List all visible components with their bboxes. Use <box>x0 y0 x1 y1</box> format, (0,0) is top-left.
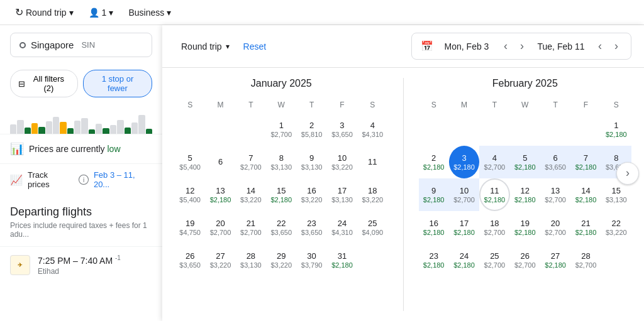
calendar-cell[interactable]: 22$3,650 <box>266 211 296 244</box>
calendar-cell[interactable]: 21$2,700 <box>236 211 266 244</box>
calendar-cell[interactable]: 7$2,180 <box>570 146 601 178</box>
calendar-cell <box>419 113 449 146</box>
calendar-cell[interactable]: 30$3,790 <box>296 244 326 276</box>
calendar-cell[interactable]: 7$2,700 <box>236 146 266 178</box>
calendar-cell[interactable]: 6$3,650 <box>540 146 570 178</box>
calendar-next-button[interactable]: › <box>616 162 639 185</box>
day-price: $2,180 <box>423 196 445 204</box>
calendar-cell[interactable]: 26$2,700 <box>510 244 540 276</box>
calendar-cell[interactable]: 6 <box>205 146 235 178</box>
day-number: 19 <box>186 219 194 229</box>
calendar-cell[interactable]: 10$2,700 <box>449 178 479 211</box>
calendar-cell[interactable]: 25$4,090 <box>357 211 387 244</box>
calendar-cell[interactable]: 20$2,700 <box>540 211 570 244</box>
calendar-grid: SMTWTFS1$2,1802$2,1803$2,1804$2,7005$2,1… <box>419 97 632 276</box>
calendar-cell[interactable]: 17$2,180 <box>449 211 479 244</box>
calendar-cell[interactable]: 25$2,700 <box>479 244 509 276</box>
calendar-cell[interactable]: 11 <box>357 146 387 178</box>
reset-button[interactable]: Reset <box>243 41 267 52</box>
stop-filter-label: 1 stop or fewer <box>91 74 144 93</box>
origin-input[interactable]: Singapore SIN <box>10 33 152 57</box>
calendar-cell[interactable]: 16$3,220 <box>296 178 326 211</box>
calendar-cell[interactable]: 3$3,650 <box>327 113 357 146</box>
day-of-week: S <box>601 97 631 113</box>
calendar-cell[interactable]: 2$5,810 <box>296 113 326 146</box>
calendar-cell[interactable]: 1$2,700 <box>266 113 296 146</box>
calendar-cell[interactable]: 3$2,180 <box>449 146 479 178</box>
calendar-cell[interactable]: 16$2,180 <box>419 211 449 244</box>
calendar-cell[interactable]: 22$3,220 <box>601 211 631 244</box>
day-number: 6 <box>553 153 557 163</box>
calendar-cell[interactable]: 23$3,650 <box>296 211 326 244</box>
calendar-cell[interactable]: 9$3,130 <box>296 146 326 178</box>
calendar-cell[interactable]: 28$2,700 <box>570 244 601 276</box>
bar-7 <box>53 117 59 134</box>
calendar-cell[interactable]: 18$3,220 <box>357 178 387 211</box>
date2-next-button[interactable]: › <box>611 38 622 54</box>
calendar-cell[interactable]: 18$2,700 <box>479 211 509 244</box>
calendar-cell[interactable]: 24$4,310 <box>327 211 357 244</box>
filter-icon: ⊟ <box>18 79 25 89</box>
departing-title: Departing flights <box>10 205 152 219</box>
date2-prev-button[interactable]: ‹ <box>594 38 606 54</box>
calendar-cell[interactable]: 21$2,180 <box>570 211 601 244</box>
calendar-cell[interactable]: 24$2,180 <box>449 244 479 276</box>
calendar-cell[interactable]: 27$2,180 <box>540 244 570 276</box>
calendar-cell[interactable]: 27$3,220 <box>205 244 235 276</box>
bar-12 <box>89 129 95 134</box>
date1-prev-button[interactable]: ‹ <box>500 38 511 54</box>
round-trip-dropdown[interactable]: Round trip ▾ <box>175 38 236 55</box>
date1-next-button[interactable]: › <box>516 38 528 54</box>
calendar-cell[interactable]: 4$4,310 <box>357 113 387 146</box>
calendar-cell[interactable]: 23$2,180 <box>419 244 449 276</box>
calendar-cell[interactable]: 5$5,400 <box>175 146 205 178</box>
day-number: 2 <box>431 153 436 163</box>
day-number: 13 <box>551 186 560 196</box>
calendar-cell[interactable]: 15$2,180 <box>266 178 296 211</box>
cabin-class-button[interactable]: Business ▾ <box>123 5 176 20</box>
calendar-cell[interactable]: 5$2,180 <box>510 146 540 178</box>
track-prices-row[interactable]: 📈 Track prices i Feb 3 – 11, 20... <box>0 163 162 195</box>
calendar-cell[interactable]: 14$3,220 <box>236 178 266 211</box>
calendar-cell[interactable]: 4$2,700 <box>479 146 509 178</box>
day-price: $3,650 <box>331 131 353 138</box>
stop-filter-button[interactable]: 1 stop or fewer <box>83 70 152 97</box>
calendar-cell[interactable]: 10$3,220 <box>327 146 357 178</box>
calendar-cell[interactable]: 31$2,180 <box>327 244 357 276</box>
departing-subtitle: Prices include required taxes + fees for… <box>10 221 152 239</box>
calendar-cell[interactable]: 9$2,180 <box>419 178 449 211</box>
calendar-cell[interactable]: 13$2,180 <box>205 178 235 211</box>
calendar-cell[interactable]: 12$2,180 <box>510 178 540 211</box>
passengers-button[interactable]: 👤 1 ▾ <box>84 5 119 20</box>
calendar-cell[interactable]: 13$2,700 <box>540 178 570 211</box>
day-number: 9 <box>309 153 314 163</box>
calendar-cell[interactable]: 11$2,180 <box>479 178 509 211</box>
flight-card[interactable]: ✈ 7:25 PM – 7:40 AM -1 Etihad <box>0 246 162 283</box>
calendar-cell[interactable]: 19$2,180 <box>510 211 540 244</box>
calendar-cell[interactable]: 8$3,130 <box>266 146 296 178</box>
day-price: $2,180 <box>545 261 566 269</box>
calendar-cell[interactable]: 28$3,130 <box>236 244 266 276</box>
day-price: $2,700 <box>484 261 506 269</box>
day-number: 20 <box>216 219 225 229</box>
calendar-cell[interactable]: 19$4,750 <box>175 211 205 244</box>
calendar-cell[interactable]: 1$2,180 <box>601 113 631 146</box>
flight-info: 7:25 PM – 7:40 AM -1 Etihad <box>38 254 121 276</box>
calendar-cell[interactable]: 2$2,180 <box>419 146 449 178</box>
calendar-cell[interactable]: 26$3,650 <box>175 244 205 276</box>
calendar-cell[interactable]: 14$2,180 <box>570 178 601 211</box>
calendar-cell[interactable]: 20$2,700 <box>205 211 235 244</box>
bar-13 <box>96 124 102 134</box>
bar-3 <box>25 128 31 134</box>
calendar-cell[interactable]: 17$3,130 <box>327 178 357 211</box>
calendar-cell[interactable]: 29$3,220 <box>266 244 296 276</box>
day-number: 27 <box>551 251 560 261</box>
day-price: $3,220 <box>606 229 627 236</box>
calendar-header: Round trip ▾ Reset 📅 Mon, Feb 3 ‹ › Tue,… <box>162 25 644 68</box>
track-info-icon[interactable]: i <box>79 175 89 185</box>
day-price: $2,180 <box>423 261 445 269</box>
all-filters-button[interactable]: ⊟ All filters (2) <box>10 70 78 97</box>
calendar-cell[interactable]: 12$5,400 <box>175 178 205 211</box>
passengers-icon: 👤 <box>89 8 99 18</box>
trip-type-button[interactable]: ↻ Round trip ▾ <box>10 4 79 21</box>
